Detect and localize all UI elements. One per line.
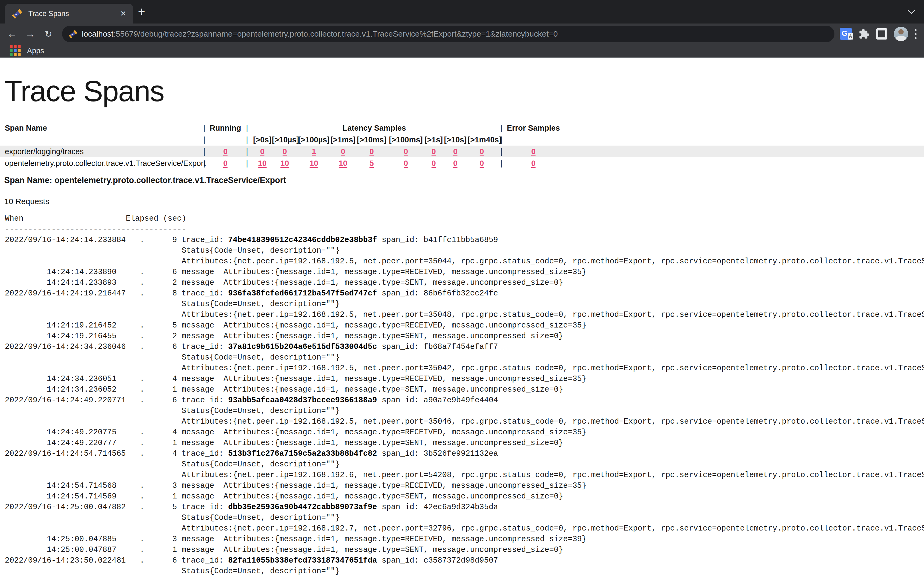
table-row: opentelemetry.proto.collector.trace.v1.T… [0,157,924,169]
bucket-label: [>0s] [253,135,272,144]
pipe: | [496,147,507,156]
error-count-link[interactable]: 0 [531,159,536,168]
bucket-label: [>1s] [424,135,443,144]
pipe: | [496,124,507,132]
trace-id: dbb35e25936a90b4472cabb89073af9e [228,503,377,511]
new-tab-button[interactable]: + [138,5,145,18]
pipe: | [199,159,209,168]
bucket-count-link[interactable]: 0 [370,147,374,156]
apps-grid-icon [10,45,21,56]
col-error-samples: Error Samples [507,124,560,132]
bookmarks-bar: Apps [0,44,924,58]
span-name: opentelemetry.proto.collector.trace.v1.T… [0,159,199,168]
bucket-count-link[interactable]: 0 [480,159,484,168]
browser-tab[interactable]: Trace Spans ✕ [5,4,133,24]
pipe: | [496,135,507,144]
pipe: | [241,147,253,156]
bookmark-apps[interactable]: Apps [27,47,44,55]
profile-avatar[interactable] [894,27,908,41]
table-header-row: Span Name | Running | Latency Samples | … [0,122,924,134]
side-panel-icon[interactable] [876,28,887,40]
browser-toolbar: ← → ↻ localhost:55679/debug/tracez?zspan… [0,24,924,44]
trace-id: 74be418390512c42346cddb02e38bb3f [228,235,377,244]
bucket-count-link[interactable]: 0 [341,147,345,156]
error-count-link[interactable]: 0 [531,147,536,156]
bucket-count-link[interactable]: 0 [404,159,408,168]
telescope-favicon-icon [12,8,23,19]
bucket-count-link[interactable]: 0 [404,147,408,156]
pipe: | [496,159,507,168]
forward-button[interactable]: → [24,29,36,39]
trace-id: 513b3f1c276a7159c5a2a33b88b4fc82 [228,449,377,458]
bucket-count-link[interactable]: 0 [431,159,436,168]
running-count-link[interactable]: 0 [223,159,228,168]
col-running: Running [209,124,241,132]
bucket-label: [>10ms] [356,135,388,144]
pipe: | [199,124,209,132]
bucket-count-link[interactable]: 10 [281,159,289,168]
pipe: | [241,124,253,132]
bucket-label: [>100µs] [297,135,330,144]
bucket-label: [>1m40s] [468,135,496,144]
table-row: exporter/logging/traces | 0 | 0 0 1 0 0 … [0,146,924,157]
col-span-name: Span Name [0,124,199,132]
running-count-link[interactable]: 0 [223,147,228,156]
pipe: | [199,147,209,156]
col-latency-samples: Latency Samples [253,124,496,132]
bucket-count-link[interactable]: 0 [480,147,484,156]
url-path: :55679/debug/tracez?zspanname=openteleme… [113,29,558,38]
trace-id: 93abb5afcaa0428d37bccee9366188a9 [228,396,377,405]
trace-listing: When Elapsed (sec) ---------------------… [0,213,924,577]
bucket-count-link[interactable]: 0 [453,159,457,168]
address-bar[interactable]: localhost:55679/debug/tracez?zspanname=o… [62,26,834,42]
bucket-label: [>10s] [443,135,468,144]
bucket-count-link[interactable]: 10 [339,159,347,168]
bucket-count-link[interactable]: 10 [258,159,267,168]
tracez-page: Trace Spans Span Name | Running | Latenc… [0,75,924,577]
site-telescope-icon [68,29,78,39]
menu-kebab-icon[interactable] [914,29,916,39]
bucket-count-link[interactable]: 0 [283,147,287,156]
bucket-count-link[interactable]: 0 [260,147,265,156]
bucket-header-row: | | [>0s] [>10µs] [>100µs] [>1ms] [>10ms… [0,134,924,146]
pipe: | [241,159,253,168]
reload-button[interactable]: ↻ [42,29,55,39]
translate-icon[interactable]: G A [840,28,852,40]
selected-span-header: Span Name: opentelemetry.proto.collector… [4,176,924,185]
tab-close-icon[interactable]: ✕ [120,10,126,18]
bucket-label: [>10µs] [272,135,297,144]
bucket-count-link[interactable]: 5 [370,159,374,168]
extensions-puzzle-icon[interactable] [858,28,870,40]
back-button[interactable]: ← [6,29,18,39]
bucket-label: [>1ms] [330,135,356,144]
pipe: | [199,135,209,144]
tab-title: Trace Spans [28,10,120,18]
trace-id: 37a81c9b615b204a6e515df533004d5c [228,342,377,351]
bucket-count-link[interactable]: 1 [312,147,316,156]
bucket-count-link[interactable]: 10 [310,159,318,168]
tab-search-chevron-icon[interactable] [908,10,916,15]
url-host: localhost [82,29,113,38]
pipe: | [241,135,253,144]
bucket-count-link[interactable]: 0 [431,147,436,156]
span-name: exporter/logging/traces [0,147,199,156]
bucket-count-link[interactable]: 0 [453,147,457,156]
url-text: localhost:55679/debug/tracez?zspanname=o… [82,29,558,39]
trace-id: 82fa11055b338efcd733187347651fda [228,556,377,565]
latency-summary-table: Span Name | Running | Latency Samples | … [0,122,924,169]
page-title: Trace Spans [4,75,924,107]
bucket-label: [>100ms] [388,135,424,144]
trace-id: 936fa38fcfed661712ba547f5ed747cf [228,289,377,298]
tab-strip: Trace Spans ✕ + [0,0,924,24]
request-count: 10 Requests [4,197,924,206]
